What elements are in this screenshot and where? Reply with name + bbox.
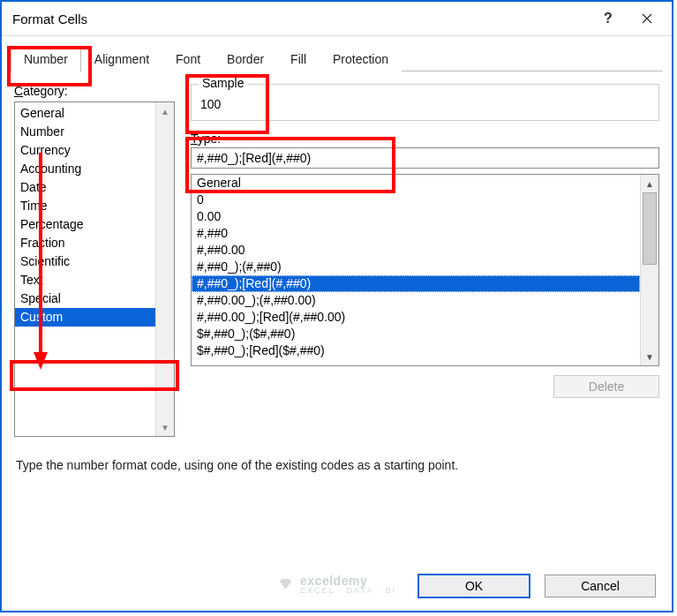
watermark-name: exceldemy [300,575,396,587]
cancel-button[interactable]: Cancel [545,575,656,597]
tab-font[interactable]: Font [162,46,214,71]
hint-text: Type the number format code, using one o… [16,458,658,472]
category-item-text[interactable]: Text [15,271,156,289]
sample-value: 100 [200,92,650,111]
delete-button: Delete [553,375,659,398]
help-button[interactable]: ? [589,5,628,32]
sample-label: Sample [199,76,247,90]
category-item-date[interactable]: Date [15,178,156,197]
dialog-title: Format Cells [12,11,589,26]
format-item[interactable]: $#,##0_);[Red]($#,##0) [192,342,640,359]
sample-group: Sample 100 [191,84,659,121]
tab-number[interactable]: Number [11,46,81,71]
tab-border[interactable]: Border [214,46,277,71]
scroll-track[interactable] [641,192,658,348]
svg-rect-3 [281,579,290,582]
format-item[interactable]: 0.00 [192,208,640,225]
format-item[interactable]: 0 [192,192,640,208]
format-item[interactable]: General [192,175,640,192]
watermark: exceldemy EXCEL · DATA · BI [277,575,396,595]
category-item-percentage[interactable]: Percentage [15,215,156,234]
watermark-tag: EXCEL · DATA · BI [300,587,396,595]
format-scrollbar[interactable]: ▲ ▼ [640,175,658,365]
category-label: Category: [14,84,68,98]
category-item-fraction[interactable]: Fraction [15,234,156,252]
category-listbox[interactable]: General Number Currency Accounting Date … [14,101,175,437]
format-item[interactable]: #,##0.00_);[Red](#,##0.00) [192,309,640,326]
tab-alignment[interactable]: Alignment [81,46,162,71]
category-item-custom[interactable]: Custom [15,308,156,327]
scroll-down-icon[interactable]: ▼ [156,418,174,436]
close-icon [642,13,652,24]
format-item[interactable]: #,##0 [192,225,640,242]
scroll-up-icon[interactable]: ▲ [156,102,174,120]
category-scrollbar[interactable]: ▲ ▼ [155,102,174,436]
close-button[interactable] [628,5,666,32]
scroll-up-icon[interactable]: ▲ [641,175,658,192]
category-item-number[interactable]: Number [15,123,156,141]
category-item-scientific[interactable]: Scientific [15,252,156,271]
scroll-down-icon[interactable]: ▼ [641,348,658,365]
scroll-thumb[interactable] [643,192,657,265]
scroll-track[interactable] [156,120,174,418]
category-item-currency[interactable]: Currency [15,141,156,160]
category-item-special[interactable]: Special [15,289,156,308]
svg-marker-2 [279,581,291,590]
category-item-general[interactable]: General [15,104,156,123]
watermark-logo-icon [277,577,293,593]
format-item[interactable]: #,##0_);(#,##0) [192,259,640,275]
format-item[interactable]: #,##0.00_);(#,##0.00) [192,292,640,309]
ok-button[interactable]: OK [417,574,530,598]
category-column: Category: General Number Currency Accoun… [14,84,175,437]
format-item[interactable]: #,##0.00 [192,242,640,259]
type-input[interactable] [191,147,659,169]
dialog-footer: OK Cancel [417,574,656,598]
tab-protection[interactable]: Protection [320,46,402,71]
type-label: Type: [191,131,221,146]
format-listbox[interactable]: General 0 0.00 #,##0 #,##0.00 #,##0_);(#… [191,174,659,366]
format-cells-dialog: Format Cells ? Number Alignment Font Bor… [0,0,673,612]
category-item-time[interactable]: Time [15,197,156,215]
number-tab-panel: Category: General Number Currency Accoun… [2,71,672,437]
format-item[interactable]: $#,##0_);($#,##0) [192,326,640,342]
category-item-accounting[interactable]: Accounting [15,160,156,178]
format-details-column: Sample 100 Type: General 0 0.00 #,##0 #,… [191,84,659,437]
tab-fill[interactable]: Fill [277,46,320,71]
titlebar: Format Cells ? [2,2,672,36]
format-item-selected[interactable]: #,##0_);[Red](#,##0) [192,275,640,292]
tab-strip: Number Alignment Font Border Fill Protec… [11,45,663,71]
